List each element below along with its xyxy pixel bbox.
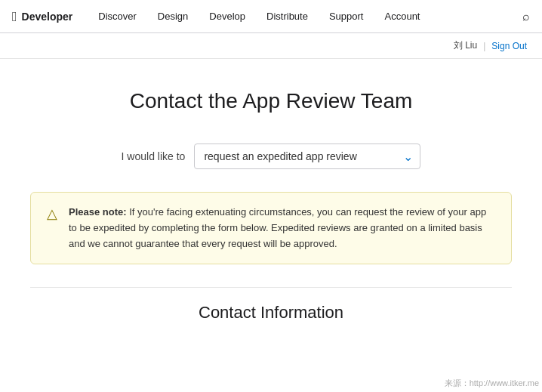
notice-text: Please note: If you're facing extenuatin… [69,205,496,252]
nav-discover[interactable]: Discover [88,11,147,22]
contact-section-title: Contact Information [15,303,527,323]
apple-icon:  [12,10,17,23]
section-divider [30,287,512,288]
main-nav:  Developer Discover Design Develop Dist… [0,0,542,33]
logo[interactable]:  Developer [12,10,72,23]
form-label: I would like to [122,150,186,162]
nav-account[interactable]: Account [374,11,431,22]
user-bar: 刘 Liu | Sign Out [0,33,542,59]
dropdown-wrapper: request an expedited app review appeal a… [194,144,420,169]
warning-icon: △ [43,205,61,223]
notice-box: △ Please note: If you're facing extenuat… [30,192,512,264]
nav-design[interactable]: Design [147,11,199,22]
separator: | [483,41,485,51]
nav-right: ⌕ [522,10,530,23]
review-type-select[interactable]: request an expedited app review appeal a… [194,144,420,169]
form-row: I would like to request an expedited app… [15,144,527,169]
sign-out-link[interactable]: Sign Out [491,41,527,51]
main-content: Contact the App Review Team I would like… [0,59,542,353]
nav-distribute[interactable]: Distribute [256,11,319,22]
notice-bold: Please note: [69,206,127,218]
logo-text: Developer [22,11,73,23]
username: 刘 Liu [454,39,477,52]
search-icon[interactable]: ⌕ [522,10,530,23]
nav-develop[interactable]: Develop [199,11,256,22]
nav-links: Discover Design Develop Distribute Suppo… [88,11,522,22]
notice-body: If you're facing extenuating circumstanc… [69,206,486,249]
nav-support[interactable]: Support [319,11,374,22]
page-title: Contact the App Review Team [15,89,527,113]
watermark: 来源：http://www.itker.me [445,378,539,389]
